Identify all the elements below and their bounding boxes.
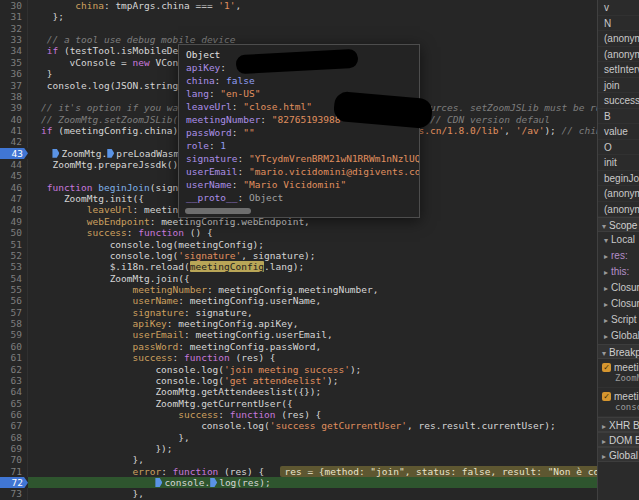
scope-row[interactable]: ▸Closure — [598, 280, 639, 296]
line-number[interactable]: 67 — [0, 420, 28, 431]
callstack-frame[interactable]: value — [598, 124, 639, 140]
inline-breakpoint-icon[interactable] — [155, 478, 162, 487]
code-line[interactable]: error: function (res) { res = {method: "… — [28, 466, 597, 477]
callstack-frame[interactable]: N — [598, 16, 639, 32]
code-line[interactable]: }, — [28, 488, 597, 499]
line-number[interactable]: 49 — [0, 216, 28, 227]
line-number[interactable]: 47 — [0, 193, 28, 204]
line-number[interactable]: 66 — [0, 409, 28, 420]
line-number[interactable]: 36 — [0, 68, 28, 79]
line-number[interactable]: 42 — [0, 136, 28, 147]
line-number[interactable]: 63 — [0, 375, 28, 386]
line-number[interactable]: 52 — [0, 250, 28, 261]
code-line[interactable]: console.log('get attendeelist'); — [28, 375, 597, 386]
inline-breakpoint-icon[interactable] — [210, 478, 217, 487]
line-number[interactable]: 38 — [0, 91, 28, 102]
line-number[interactable]: 44 — [0, 159, 28, 170]
callstack-frame[interactable]: O — [598, 140, 639, 156]
scope-row[interactable]: ▸Script — [598, 312, 639, 328]
line-number[interactable]: 58 — [0, 318, 28, 329]
code-line[interactable]: console.log('join meeting success'); — [28, 364, 597, 375]
inline-breakpoint-icon[interactable] — [107, 149, 114, 158]
line-number[interactable]: 41 — [0, 125, 28, 136]
callstack-frame[interactable]: (anonymous) — [598, 186, 639, 202]
line-number[interactable]: 31 — [0, 11, 28, 22]
callstack-frame[interactable]: v — [598, 0, 639, 16]
callstack-frame[interactable]: (anonymous) — [598, 202, 639, 218]
code-line[interactable]: userName: meetingConfig.userName, — [28, 295, 597, 306]
line-number[interactable]: 59 — [0, 329, 28, 340]
code-line[interactable]: console.log('success getCurrentUser', re… — [28, 420, 597, 431]
line-number[interactable]: 73 — [0, 488, 28, 499]
line-number[interactable]: 57 — [0, 307, 28, 318]
line-number[interactable]: 43 — [0, 148, 28, 159]
object-property[interactable]: userName: "Mario Vicidomini" — [179, 178, 419, 191]
scope-section-header[interactable]: ▾Scope — [598, 217, 639, 232]
callstack-frame[interactable]: success — [598, 93, 639, 109]
callstack-frame[interactable]: (anonymous) — [598, 31, 639, 47]
code-line[interactable]: }); — [28, 443, 597, 454]
object-property[interactable]: role: 1 — [179, 139, 419, 152]
line-number[interactable]: 65 — [0, 398, 28, 409]
line-number[interactable]: 61 — [0, 352, 28, 363]
line-number[interactable]: 68 — [0, 432, 28, 443]
line-number[interactable]: 48 — [0, 204, 28, 215]
line-number[interactable]: 50 — [0, 227, 28, 238]
line-number[interactable]: 55 — [0, 284, 28, 295]
line-number[interactable]: 30 — [0, 0, 28, 11]
code-line[interactable]: console.log('signature', signature); — [28, 250, 597, 261]
line-number[interactable]: 64 — [0, 386, 28, 397]
breakpoint-entry[interactable]: ✓meeting.html:43ZoomMtg.preLoadWasm(); — [598, 359, 639, 388]
popup-scrollbar-thumb[interactable] — [185, 208, 251, 214]
callstack-frame[interactable]: B — [598, 109, 639, 125]
inline-breakpoint-icon[interactable] — [52, 149, 59, 158]
line-number[interactable]: 72 — [0, 477, 28, 488]
line-number[interactable]: 53 — [0, 261, 28, 272]
scope-row[interactable]: ▸this: — [598, 264, 639, 280]
code-line[interactable]: ZoomMtg.getCurrentUser({ — [28, 398, 597, 409]
callstack-frame[interactable]: beginJoin — [598, 171, 639, 187]
code-line[interactable]: china: tmpArgs.china === '1', — [28, 0, 597, 11]
breakpoint-entry[interactable]: ✓meeting.html:72console.log(res); — [598, 388, 639, 417]
object-property[interactable]: userEmail: "mario.vicidomini@digivents.c… — [179, 165, 419, 178]
line-number[interactable]: 51 — [0, 239, 28, 250]
object-property[interactable]: china: false — [179, 74, 419, 87]
code-line[interactable]: success: function (res) { — [28, 409, 597, 420]
object-property[interactable]: signature: "YTcydmVrenBRM21wN1RRWm1nNzlU… — [179, 152, 419, 165]
line-number[interactable]: 60 — [0, 341, 28, 352]
scope-row[interactable]: ▸Global — [598, 328, 639, 344]
callstack-frame[interactable]: init — [598, 155, 639, 171]
scope-row[interactable]: ▸Closure — [598, 296, 639, 312]
code-line[interactable]: meetingNumber: meetingConfig.meetingNumb… — [28, 284, 597, 295]
scope-row[interactable]: ▸res: — [598, 248, 639, 264]
sidebar-section-header[interactable]: ▸DOM Breakpoints — [598, 432, 639, 447]
code-line[interactable]: apiKey: meetingConfig.apiKey, — [28, 318, 597, 329]
object-property[interactable]: passWord: "" — [179, 126, 419, 139]
callstack-frame[interactable]: join — [598, 78, 639, 94]
object-property[interactable]: __proto__: Object — [179, 191, 419, 204]
line-number[interactable]: 56 — [0, 295, 28, 306]
code-line[interactable]: console.log(res); — [28, 477, 597, 488]
line-number[interactable]: 62 — [0, 364, 28, 375]
line-number[interactable]: 32 — [0, 23, 28, 34]
code-line[interactable] — [28, 23, 597, 34]
breakpoint-checkbox[interactable]: ✓ — [602, 392, 611, 401]
code-line[interactable]: ZoomMtg.join({ — [28, 273, 597, 284]
sidebar-section-header[interactable]: ▸XHR Breakpoints — [598, 417, 639, 432]
line-number[interactable]: 69 — [0, 443, 28, 454]
code-line[interactable]: }, — [28, 432, 597, 443]
code-line[interactable]: passWord: meetingConfig.passWord, — [28, 341, 597, 352]
code-line[interactable]: success: function () { — [28, 227, 597, 238]
code-line[interactable]: console.log(meetingConfig); — [28, 239, 597, 250]
line-number[interactable]: 35 — [0, 57, 28, 68]
line-number[interactable]: 37 — [0, 80, 28, 91]
code-line[interactable]: signature: signature, — [28, 307, 597, 318]
line-number[interactable]: 40 — [0, 114, 28, 125]
scope-row[interactable]: ▾Local — [598, 232, 639, 248]
line-number[interactable]: 45 — [0, 170, 28, 181]
line-number[interactable]: 54 — [0, 273, 28, 284]
callstack-frame[interactable]: setInterval — [598, 62, 639, 78]
code-line[interactable]: userEmail: meetingConfig.userEmail, — [28, 329, 597, 340]
callstack-frame[interactable]: (anonymous) — [598, 47, 639, 63]
line-number[interactable]: 39 — [0, 102, 28, 113]
